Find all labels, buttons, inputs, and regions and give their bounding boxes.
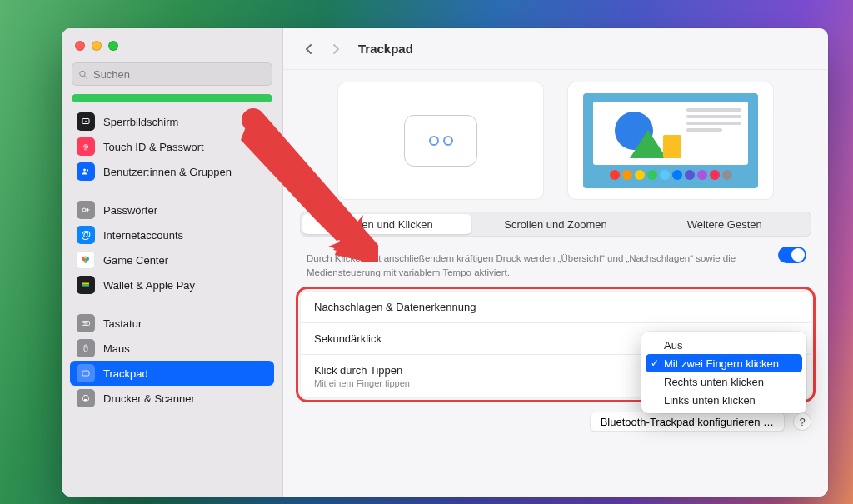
footer-row: Bluetooth-Trackpad konfigurieren … ?: [300, 410, 811, 432]
sidebar-item-trackpad[interactable]: Trackpad: [70, 361, 274, 386]
finger-dot-icon: [429, 136, 439, 146]
sidebar-list: Sperrbildschirm Touch ID & Passwort Benu…: [62, 94, 282, 411]
sidebar-item-keyboard[interactable]: Tastatur: [70, 311, 274, 336]
help-button[interactable]: ?: [793, 412, 811, 431]
display-preview-card: [567, 82, 774, 200]
lock-screen-icon: [81, 117, 91, 127]
key-icon: [81, 205, 91, 215]
mock-art: [600, 108, 681, 158]
svg-rect-13: [82, 287, 89, 288]
system-settings-window: Sperrbildschirm Touch ID & Passwort Benu…: [62, 28, 828, 497]
tab-bar: Zeigen und Klicken Scrollen und Zoomen W…: [300, 212, 811, 237]
tab-point-click[interactable]: Zeigen und Klicken: [302, 214, 471, 234]
sidebar-item-label: Maus: [103, 342, 130, 355]
sidebar-item-users-groups[interactable]: Benutzer:innen & Gruppen: [70, 159, 274, 184]
row-lookup: Nachschlagen & Datenerkennung: [301, 292, 811, 323]
dropdown-option-two-finger-click[interactable]: ✓ Mit zwei Fingern klicken: [646, 354, 802, 372]
zoom-window-button[interactable]: [108, 41, 118, 51]
svg-point-6: [82, 208, 86, 212]
trackpad-preview-card: [337, 82, 544, 200]
sidebar-item-label: Internetaccounts: [103, 229, 183, 242]
force-click-hint: Durch Klicken mit anschließendem kräftig…: [300, 248, 811, 279]
svg-point-10: [84, 256, 87, 259]
checkmark-icon: ✓: [651, 357, 659, 369]
search-input[interactable]: [93, 68, 266, 81]
sidebar-item-label: Trackpad: [103, 367, 148, 380]
previews-row: [300, 82, 811, 200]
sidebar-item-lock-screen[interactable]: Sperrbildschirm: [70, 109, 274, 134]
search-field[interactable]: [72, 62, 272, 86]
users-icon: [81, 167, 91, 177]
svg-line-1: [84, 75, 87, 77]
svg-rect-17: [82, 371, 89, 376]
titlebar: Trackpad: [283, 28, 828, 70]
swatch-row: [593, 170, 748, 180]
trackpad-icon: [81, 368, 91, 378]
sidebar-item-partial-above[interactable]: [72, 94, 272, 102]
configure-bluetooth-trackpad-button[interactable]: Bluetooth-Trackpad konfigurieren …: [590, 412, 785, 432]
main-panel: Trackpad: [283, 28, 828, 497]
trackpad-glyph: [404, 115, 477, 167]
svg-rect-11: [82, 283, 89, 285]
gamecenter-icon: [80, 254, 92, 266]
minimize-window-button[interactable]: [92, 41, 102, 51]
back-button[interactable]: [300, 37, 318, 61]
sidebar-item-label: Game Center: [103, 254, 168, 267]
force-click-toggle[interactable]: [778, 247, 806, 263]
mock-text-lines: [686, 108, 741, 158]
svg-rect-12: [82, 285, 89, 287]
display-mock: [583, 93, 758, 188]
sidebar-item-passwords[interactable]: Passwörter: [70, 197, 274, 222]
row-title: Sekundärklick: [314, 332, 382, 345]
svg-rect-20: [84, 399, 87, 402]
svg-point-4: [83, 169, 86, 172]
sidebar-item-printers[interactable]: Drucker & Scanner: [70, 386, 274, 411]
close-window-button[interactable]: [75, 41, 85, 51]
forward-button[interactable]: [327, 37, 345, 61]
sidebar-item-mouse[interactable]: Maus: [70, 336, 274, 361]
sidebar-item-label: Tastatur: [103, 317, 142, 330]
dropdown-option-off[interactable]: Aus: [646, 336, 802, 354]
sidebar-item-wallet[interactable]: Wallet & Apple Pay: [70, 272, 274, 297]
sidebar-item-label: Wallet & Apple Pay: [103, 279, 195, 292]
wallet-icon: [81, 280, 91, 290]
svg-rect-19: [84, 396, 87, 397]
finger-dot-icon: [443, 136, 453, 146]
sidebar-item-touch-id[interactable]: Touch ID & Passwort: [70, 134, 274, 159]
dropdown-option-bottom-left[interactable]: Links unten klicken: [646, 391, 802, 409]
sidebar-item-label: Drucker & Scanner: [103, 392, 195, 405]
content-area: Zeigen und Klicken Scrollen und Zoomen W…: [283, 70, 828, 443]
search-icon: [78, 69, 88, 80]
sidebar-item-label: Sperrbildschirm: [103, 116, 178, 128]
svg-point-5: [87, 169, 88, 171]
keyboard-icon: [81, 318, 91, 328]
sidebar-item-game-center[interactable]: Game Center: [70, 247, 274, 272]
fingerprint-icon: [81, 142, 91, 152]
chevron-left-icon: [305, 43, 313, 55]
chevron-right-icon: [332, 43, 340, 55]
row-title: Klick durch Tippen: [314, 364, 410, 377]
dropdown-option-bottom-right[interactable]: Rechts unten klicken: [646, 372, 802, 391]
svg-point-3: [85, 121, 87, 122]
page-title: Trackpad: [358, 42, 413, 56]
at-icon: @: [81, 229, 91, 241]
row-subtitle: Mit einem Finger tippen: [314, 378, 410, 388]
window-controls: [62, 38, 282, 62]
tab-scroll-zoom[interactable]: Scrollen und Zoomen: [471, 214, 641, 234]
sidebar-item-internet-accounts[interactable]: @ Internetaccounts: [70, 222, 274, 247]
printer-icon: [81, 393, 91, 403]
sidebar: Sperrbildschirm Touch ID & Passwort Benu…: [62, 28, 283, 497]
svg-rect-14: [82, 322, 90, 326]
sidebar-item-label: Benutzer:innen & Gruppen: [103, 166, 232, 178]
row-title: Nachschlagen & Datenerkennung: [314, 301, 476, 313]
mouse-icon: [81, 343, 91, 353]
secondary-click-dropdown-menu: Aus ✓ Mit zwei Fingern klicken Rechts un…: [641, 332, 806, 413]
sidebar-item-label: Touch ID & Passwort: [103, 141, 204, 153]
sidebar-item-label: Passwörter: [103, 204, 157, 217]
svg-point-9: [84, 259, 88, 263]
tab-more-gestures[interactable]: Weitere Gesten: [640, 214, 809, 234]
